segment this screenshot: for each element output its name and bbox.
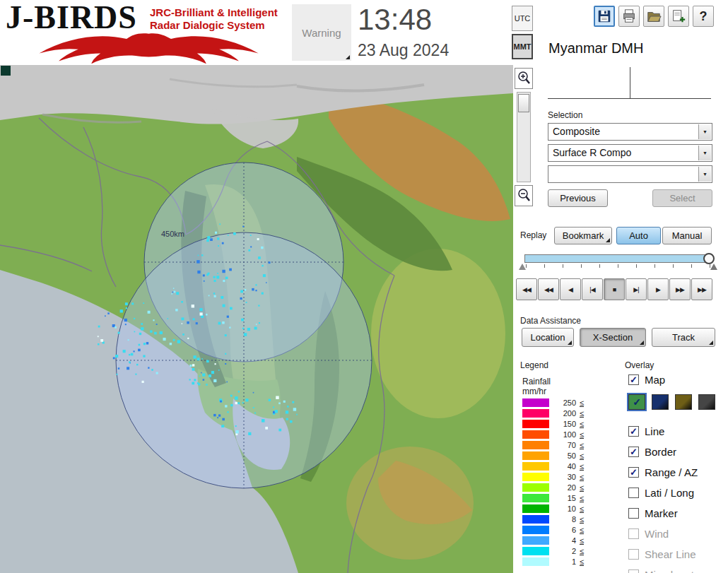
overlay-item-border[interactable]: ✓Border — [628, 446, 728, 457]
playback-fast-rewind-button[interactable]: ◀◀ — [538, 278, 559, 300]
zoom-out-button[interactable] — [515, 185, 533, 206]
clock-date: 23 Aug 2024 — [358, 41, 449, 60]
legend-threshold-link[interactable]: ≤ — [580, 547, 584, 555]
manual-replay-button[interactable]: Manual — [662, 227, 712, 244]
legend-threshold-link[interactable]: ≤ — [580, 451, 584, 460]
chevron-down-icon[interactable] — [698, 146, 711, 160]
checkbox-border[interactable]: ✓ — [628, 447, 639, 457]
legend-threshold-link[interactable]: ≤ — [580, 462, 584, 471]
playback-jump-end-button[interactable]: ▶▶ — [691, 278, 712, 300]
overlay-label-border: Border — [645, 446, 676, 458]
legend-threshold-link[interactable]: ≤ — [580, 515, 584, 524]
legend-threshold-link[interactable]: ≤ — [580, 398, 584, 407]
previous-button[interactable]: Previous — [548, 189, 608, 207]
zoom-out-icon — [517, 188, 531, 203]
playback-stop-button[interactable]: ■ — [604, 278, 625, 300]
checkbox-map[interactable]: ✓ — [628, 374, 639, 385]
chevron-down-icon[interactable] — [698, 167, 711, 182]
legend-row: 2≤ — [522, 546, 584, 555]
legend-threshold-link[interactable]: ≤ — [580, 441, 584, 449]
overlay-item-line[interactable]: ✓Line — [628, 425, 728, 437]
legend-threshold-link[interactable]: ≤ — [580, 420, 584, 428]
track-button[interactable]: Track — [652, 328, 715, 347]
zoom-in-icon — [517, 71, 531, 86]
save-button[interactable] — [594, 6, 615, 27]
checkbox-lati-long[interactable] — [628, 488, 639, 498]
legend-color-swatch — [522, 409, 549, 418]
playback-step-back-button[interactable]: |◀ — [582, 278, 603, 300]
legend-unit: Rainfall mm/hr — [522, 377, 551, 396]
open-folder-button[interactable] — [643, 6, 664, 27]
timeline-handle[interactable] — [703, 253, 715, 264]
folder-icon — [646, 8, 662, 24]
overlay-item-lati-long[interactable]: Lati / Long — [628, 487, 728, 498]
utc-button[interactable]: UTC — [512, 6, 533, 31]
menu-corner-icon — [640, 341, 644, 345]
legend-row: 6≤ — [522, 525, 584, 534]
playback-jump-start-button[interactable]: ◀◀ — [516, 278, 537, 300]
playback-play-forward-button[interactable]: ▶ — [647, 278, 669, 300]
product-dropdown[interactable]: Surface R Compo — [548, 144, 712, 162]
legend-threshold-link[interactable]: ≤ — [580, 409, 584, 418]
warning-button[interactable]: Warning — [292, 4, 351, 61]
overlay-item-range-az[interactable]: ✓Range / AZ — [628, 466, 728, 478]
org-name: Myanmar DMH — [548, 40, 643, 57]
map-color-swatch-2[interactable] — [652, 394, 669, 410]
legend-threshold-link[interactable]: ≤ — [580, 536, 584, 545]
zoom-in-button[interactable] — [515, 68, 533, 89]
help-button[interactable]: ? — [693, 6, 714, 27]
menu-corner-icon — [568, 341, 572, 345]
playback-step-forward-button[interactable]: ▶| — [626, 278, 647, 300]
radar-info-box[interactable] — [548, 67, 711, 99]
legend-threshold-link[interactable]: ≤ — [580, 526, 584, 534]
legend-row: 200≤ — [522, 408, 584, 418]
checkbox-marker[interactable] — [628, 508, 639, 519]
timeline-track[interactable] — [524, 254, 712, 263]
zoom-slider[interactable] — [517, 92, 531, 182]
radar-map[interactable]: 450km — [0, 65, 513, 573]
bookmark-button[interactable]: Bookmark — [554, 227, 612, 244]
location-button[interactable]: Location — [522, 328, 574, 347]
legend-color-swatch — [522, 547, 549, 555]
legend-color-swatch — [522, 441, 549, 449]
product-option-dropdown[interactable] — [548, 165, 712, 183]
radar-map-viewport[interactable]: 450km — [0, 65, 513, 573]
checkbox-microburst — [628, 569, 639, 573]
checkbox-range-az[interactable]: ✓ — [628, 467, 639, 478]
legend-threshold-link[interactable]: ≤ — [580, 504, 584, 513]
legend-threshold-link[interactable]: ≤ — [580, 494, 584, 502]
legend-threshold-link[interactable]: ≤ — [580, 557, 584, 566]
print-button[interactable] — [618, 6, 640, 27]
zoom-slider-thumb[interactable] — [518, 94, 529, 112]
overlay-item-shear-line: Shear Line — [628, 548, 728, 560]
auto-replay-button[interactable]: Auto — [616, 227, 661, 244]
legend-threshold-link[interactable]: ≤ — [580, 473, 584, 481]
replay-section-label: Replay — [520, 230, 546, 240]
playback-fast-forward-button[interactable]: ▶▶ — [669, 278, 691, 300]
map-color-swatch-4[interactable] — [698, 394, 715, 410]
legend-scale: 250≤200≤150≤100≤70≤50≤40≤30≤20≤15≤10≤8≤6… — [522, 398, 584, 567]
checkbox-line[interactable]: ✓ — [628, 426, 639, 437]
xsection-button[interactable]: X-Section — [580, 328, 646, 347]
mmt-button[interactable]: MMT — [512, 34, 533, 59]
legend-threshold-link[interactable]: ≤ — [580, 483, 584, 492]
product-group-dropdown[interactable]: Composite — [548, 123, 712, 141]
info-box-divider — [630, 67, 630, 98]
playback-play-reverse-button[interactable]: ◀ — [560, 278, 581, 300]
replay-timeline[interactable] — [520, 254, 716, 276]
legend-threshold-link[interactable]: ≤ — [580, 430, 584, 439]
warning-label: Warning — [302, 27, 341, 39]
legend-unit-line1: Rainfall — [522, 377, 551, 386]
export-button[interactable] — [668, 6, 689, 27]
legend-color-swatch — [522, 420, 549, 428]
legend-row: 15≤ — [522, 493, 584, 502]
map-color-swatch-3[interactable] — [675, 394, 692, 410]
chevron-down-icon[interactable] — [698, 124, 711, 139]
timeline-start-marker[interactable] — [519, 264, 526, 270]
overlay-item-map[interactable]: ✓Map — [628, 374, 728, 385]
legend-value: 30 — [553, 473, 576, 481]
timeline-end-marker[interactable] — [710, 264, 717, 270]
track-label: Track — [672, 332, 695, 343]
map-color-swatch-1[interactable]: ✓ — [628, 394, 645, 410]
overlay-item-marker[interactable]: Marker — [628, 507, 728, 519]
